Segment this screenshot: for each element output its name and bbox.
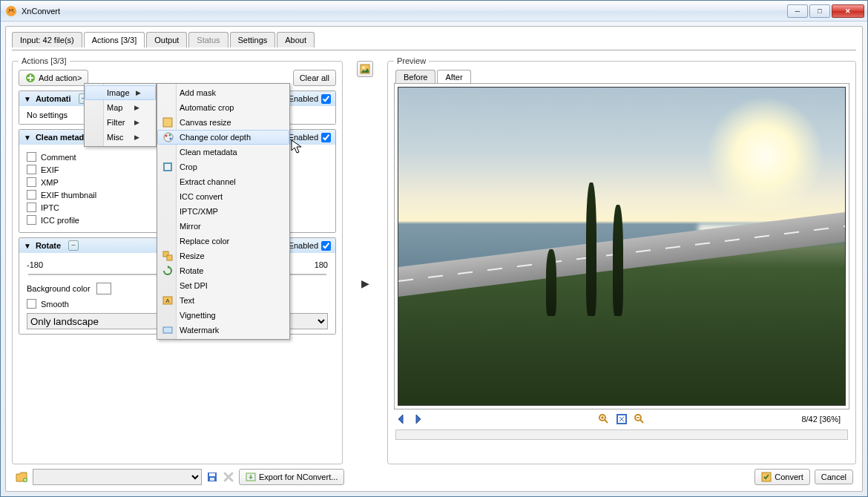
titlebar[interactable]: XnConvert ─ □ ✕ xyxy=(1,1,867,22)
chevron-down-icon: ▼ xyxy=(24,95,31,103)
export-nconvert-button[interactable]: Export for NConvert... xyxy=(239,469,344,485)
convert-button[interactable]: Convert xyxy=(754,469,810,485)
checkbox[interactable] xyxy=(27,152,36,162)
menu-item-image[interactable]: Image▶ xyxy=(85,85,156,100)
preset-select[interactable] xyxy=(33,469,202,485)
zoom-fit-icon[interactable] xyxy=(616,413,628,425)
menu-item-extract-channel[interactable]: Extract channel xyxy=(157,174,289,189)
tab-settings[interactable]: Settings xyxy=(230,32,276,47)
picture-icon xyxy=(360,64,370,74)
action-title: Rotate xyxy=(36,241,61,250)
action-enabled-checkbox[interactable] xyxy=(321,241,331,251)
crop-icon xyxy=(162,161,174,173)
app-window: XnConvert ─ □ ✕ Input: 42 file(s) Action… xyxy=(0,0,868,497)
action-title: Automati xyxy=(36,94,71,103)
add-action-label: Add action> xyxy=(39,73,82,82)
menu-item-map[interactable]: Map▶ xyxy=(85,100,156,115)
menu-item-change-color-depth[interactable]: Change color depth xyxy=(157,130,289,145)
menu-item-misc[interactable]: Misc▶ xyxy=(85,130,156,145)
menu-item-iptc-xmp[interactable]: IPTC/XMP xyxy=(157,204,289,219)
content-area: Input: 42 file(s) Actions [3/3] Output S… xyxy=(5,26,863,492)
text-icon: A xyxy=(162,294,174,306)
checkbox-smooth[interactable] xyxy=(27,299,36,309)
watermark-icon xyxy=(162,324,174,336)
app-icon xyxy=(5,5,17,17)
menu-item-resize[interactable]: Resize xyxy=(157,249,289,263)
preview-tabs: Before After xyxy=(395,70,849,84)
no-settings-label: No settings xyxy=(27,111,68,119)
bgcolor-swatch[interactable] xyxy=(96,283,111,294)
tab-before[interactable]: Before xyxy=(395,70,435,84)
svg-rect-14 xyxy=(163,327,172,333)
convert-icon xyxy=(761,472,772,482)
close-button[interactable]: ✕ xyxy=(832,4,864,18)
preview-refresh-button[interactable] xyxy=(357,61,373,77)
clear-all-button[interactable]: Clear all xyxy=(293,70,336,86)
checkbox[interactable] xyxy=(27,215,36,225)
tab-input[interactable]: Input: 42 file(s) xyxy=(12,32,82,47)
next-arrow-icon[interactable] xyxy=(412,413,424,425)
checkbox[interactable] xyxy=(27,203,36,212)
window-title: XnConvert xyxy=(22,7,60,16)
menu-item-set-dpi[interactable]: Set DPI xyxy=(157,278,289,293)
action-enabled-checkbox[interactable] xyxy=(321,133,331,142)
remove-action-icon[interactable]: − xyxy=(68,240,79,251)
chevron-right-icon: ▶ xyxy=(134,119,139,126)
chevron-right-icon: ▶ xyxy=(134,104,139,111)
canvas-icon xyxy=(162,116,174,128)
chevron-down-icon: ▼ xyxy=(24,242,31,250)
menu-item-clean-metadata[interactable]: Clean metadata xyxy=(157,145,289,159)
preset-open-icon[interactable] xyxy=(15,470,28,484)
preview-controls: 8/42 [36%] xyxy=(394,410,849,428)
tab-output[interactable]: Output xyxy=(146,32,187,47)
menu-item-crop[interactable]: Crop xyxy=(157,159,289,174)
menu-item-replace-color[interactable]: Replace color xyxy=(157,234,289,249)
menu-item-mirror[interactable]: Mirror xyxy=(157,219,289,234)
menu-item-filter[interactable]: Filter▶ xyxy=(85,115,156,130)
menu-item-icc-convert[interactable]: ICC convert xyxy=(157,189,289,204)
preview-legend: Preview xyxy=(394,56,429,65)
chevron-down-icon: ▼ xyxy=(24,134,31,142)
svg-rect-11 xyxy=(167,255,172,260)
menu-item-vignetting[interactable]: Vignetting xyxy=(157,308,289,323)
menu-item-watermark[interactable]: Watermark xyxy=(157,323,289,338)
checkbox[interactable] xyxy=(27,190,36,200)
checkbox[interactable] xyxy=(27,177,36,187)
menu-item-text[interactable]: AText xyxy=(157,293,289,308)
svg-point-1 xyxy=(9,9,10,10)
zoom-in-icon[interactable] xyxy=(598,413,610,425)
menu-item-rotate[interactable]: Rotate xyxy=(157,263,289,278)
svg-text:A: A xyxy=(165,297,170,304)
svg-rect-23 xyxy=(210,478,214,481)
tab-about[interactable]: About xyxy=(277,32,315,47)
preview-status: 8/42 [36%] xyxy=(801,415,841,424)
cancel-button[interactable]: Cancel xyxy=(815,470,853,484)
rotate-icon xyxy=(162,265,174,277)
actions-panel: Actions [3/3] Add action> Clear all ▼ xyxy=(12,56,343,464)
mid-gap: ▶ xyxy=(355,56,375,464)
minimize-button[interactable]: ─ xyxy=(787,4,808,18)
bgcolor-label: Background color xyxy=(27,284,91,293)
add-action-button[interactable]: Add action> xyxy=(19,70,88,86)
chevron-right-icon: ▶ xyxy=(136,89,141,96)
menu-item-canvas-resize[interactable]: Canvas resize xyxy=(157,115,289,130)
arrow-right-icon: ▶ xyxy=(361,277,369,289)
prev-arrow-icon[interactable] xyxy=(395,413,407,425)
save-icon[interactable] xyxy=(206,471,218,483)
checkbox[interactable] xyxy=(27,165,36,174)
zoom-out-icon[interactable] xyxy=(634,413,645,425)
svg-point-16 xyxy=(363,67,365,69)
tab-after[interactable]: After xyxy=(437,70,470,84)
maximize-button[interactable]: □ xyxy=(809,4,830,18)
actions-fieldset: Actions [3/3] Add action> Clear all ▼ xyxy=(12,56,343,464)
action-enabled-checkbox[interactable] xyxy=(321,94,331,104)
preview-panel: Preview Before After xyxy=(387,56,856,464)
tab-status[interactable]: Status xyxy=(188,32,228,47)
svg-rect-9 xyxy=(164,163,171,171)
menu-item-add-mask[interactable]: Add mask xyxy=(157,85,289,100)
tab-actions[interactable]: Actions [3/3] xyxy=(84,32,145,47)
export-icon xyxy=(246,472,256,482)
menu-item-automatic-crop[interactable]: Automatic crop xyxy=(157,100,289,115)
delete-icon[interactable] xyxy=(223,471,234,483)
preview-scrollbar[interactable] xyxy=(395,429,848,440)
